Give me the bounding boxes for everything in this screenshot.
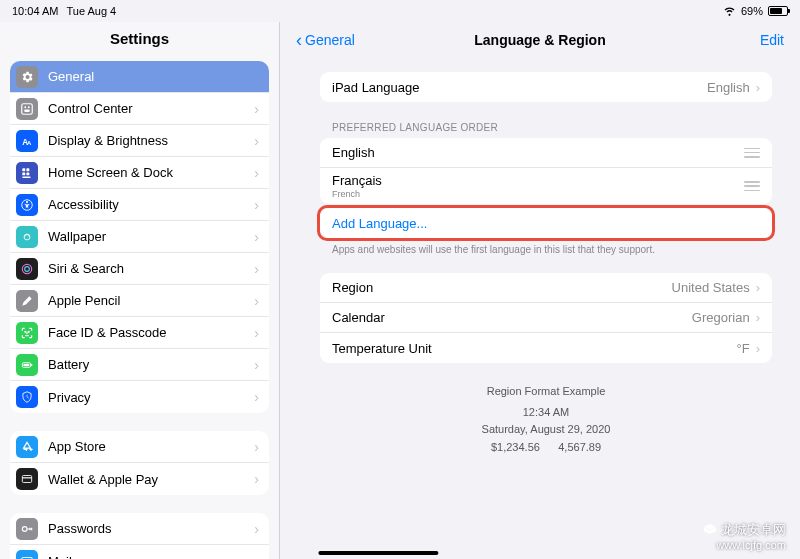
sidebar-item-label: General	[48, 69, 259, 84]
sidebar-item-siri[interactable]: Siri & Search›	[10, 253, 269, 285]
sidebar-title: Settings	[0, 22, 279, 61]
home-indicator[interactable]	[318, 551, 438, 555]
nav-edit-button[interactable]: Edit	[760, 32, 784, 48]
sidebar-item-privacy[interactable]: Privacy›	[10, 381, 269, 413]
sidebar-item-mail[interactable]: Mail›	[10, 545, 269, 559]
svg-point-16	[25, 331, 26, 332]
svg-point-15	[25, 266, 30, 271]
nav-back-button[interactable]: ‹ General	[296, 30, 355, 51]
sidebar-item-passwords[interactable]: Passwords›	[10, 513, 269, 545]
svg-rect-3	[24, 109, 30, 111]
sidebar-item-appstore[interactable]: App Store›	[10, 431, 269, 463]
sidebar-item-pencil[interactable]: Apple Pencil›	[10, 285, 269, 317]
preferred-header: PREFERRED LANGUAGE ORDER	[320, 122, 772, 138]
row-value: °F	[737, 341, 750, 356]
privacy-icon	[16, 386, 38, 408]
sidebar-item-label: Mail	[48, 554, 254, 560]
sidebar-item-wallet[interactable]: Wallet & Apple Pay›	[10, 463, 269, 495]
sidebar-item-home[interactable]: Home Screen & Dock›	[10, 157, 269, 189]
preferred-group: English Français French	[320, 138, 772, 204]
chevron-right-icon: ›	[756, 80, 760, 95]
sidebar-item-label: Siri & Search	[48, 261, 254, 276]
wifi-icon	[723, 4, 736, 19]
svg-point-17	[28, 331, 29, 332]
wallpaper-icon	[16, 226, 38, 248]
chevron-right-icon: ›	[254, 165, 259, 181]
svg-rect-10	[22, 176, 30, 177]
chevron-right-icon: ›	[254, 521, 259, 537]
calendar-row[interactable]: CalendarGregorian›	[320, 303, 772, 333]
chevron-right-icon: ›	[254, 229, 259, 245]
home-icon	[16, 162, 38, 184]
wallet-icon	[16, 468, 38, 490]
sidebar-item-label: App Store	[48, 439, 254, 454]
status-date: Tue Aug 4	[66, 5, 116, 17]
region-group: RegionUnited States›CalendarGregorian›Te…	[320, 273, 772, 363]
mail-icon	[16, 550, 38, 559]
svg-rect-22	[22, 477, 31, 478]
svg-point-12	[26, 201, 28, 203]
battery-icon	[16, 354, 38, 376]
nav-back-label: General	[305, 32, 355, 48]
sidebar-item-label: Home Screen & Dock	[48, 165, 254, 180]
add-language-label: Add Language...	[332, 216, 760, 231]
sidebar-item-general[interactable]: General	[10, 61, 269, 93]
content-pane: ‹ General Language & Region Edit iPad La…	[280, 22, 800, 559]
sidebar-item-display[interactable]: AADisplay & Brightness›	[10, 125, 269, 157]
example-date: Saturday, August 29, 2020	[320, 421, 772, 439]
siri-icon	[16, 258, 38, 280]
chevron-left-icon: ‹	[296, 30, 302, 51]
svg-rect-8	[22, 172, 25, 175]
sidebar-item-wallpaper[interactable]: Wallpaper›	[10, 221, 269, 253]
language-row[interactable]: Français French	[320, 168, 772, 204]
language-label: Français	[332, 173, 736, 188]
svg-rect-21	[22, 476, 31, 483]
chevron-right-icon: ›	[254, 389, 259, 405]
row-label: Region	[332, 280, 672, 295]
sidebar-item-battery[interactable]: Battery›	[10, 349, 269, 381]
svg-rect-20	[24, 363, 30, 365]
add-language-button[interactable]: Add Language...	[320, 208, 772, 238]
region-row[interactable]: RegionUnited States›	[320, 273, 772, 303]
appstore-icon	[16, 436, 38, 458]
chevron-right-icon: ›	[254, 439, 259, 455]
pencil-icon	[16, 290, 38, 312]
chevron-right-icon: ›	[254, 101, 259, 117]
sidebar-item-accessibility[interactable]: Accessibility›	[10, 189, 269, 221]
nav-bar: ‹ General Language & Region Edit	[280, 22, 800, 58]
chevron-right-icon: ›	[756, 280, 760, 295]
row-value: United States	[672, 280, 750, 295]
example-title: Region Format Example	[320, 383, 772, 401]
example-numbers: $1,234.56 4,567.89	[320, 439, 772, 457]
drag-handle-icon[interactable]	[744, 148, 760, 158]
row-value: Gregorian	[692, 310, 750, 325]
svg-point-1	[24, 106, 26, 108]
sidebar-item-label: Control Center	[48, 101, 254, 116]
sidebar: Settings GeneralControl Center›AADisplay…	[0, 22, 280, 559]
chevron-right-icon: ›	[254, 293, 259, 309]
region-format-example: Region Format Example 12:34 AM Saturday,…	[320, 383, 772, 456]
chevron-right-icon: ›	[254, 197, 259, 213]
chevron-right-icon: ›	[756, 341, 760, 356]
svg-point-2	[28, 106, 30, 108]
svg-point-23	[22, 526, 27, 531]
svg-point-14	[22, 264, 31, 273]
status-time: 10:04 AM	[12, 5, 58, 17]
sidebar-item-control-center[interactable]: Control Center›	[10, 93, 269, 125]
example-time: 12:34 AM	[320, 404, 772, 422]
temperature-unit-row[interactable]: Temperature Unit°F›	[320, 333, 772, 363]
battery-percent: 69%	[741, 5, 763, 17]
sidebar-item-label: Wallpaper	[48, 229, 254, 244]
ipad-language-value: English	[707, 80, 750, 95]
sidebar-item-faceid[interactable]: Face ID & Passcode›	[10, 317, 269, 349]
svg-rect-7	[26, 168, 29, 171]
sidebar-item-label: Accessibility	[48, 197, 254, 212]
battery-icon	[768, 6, 788, 16]
language-row[interactable]: English	[320, 138, 772, 168]
chevron-right-icon: ›	[254, 471, 259, 487]
row-label: Temperature Unit	[332, 341, 737, 356]
chevron-right-icon: ›	[254, 553, 259, 559]
ipad-language-row[interactable]: iPad Language English ›	[320, 72, 772, 102]
passwords-icon	[16, 518, 38, 540]
drag-handle-icon[interactable]	[744, 181, 760, 191]
